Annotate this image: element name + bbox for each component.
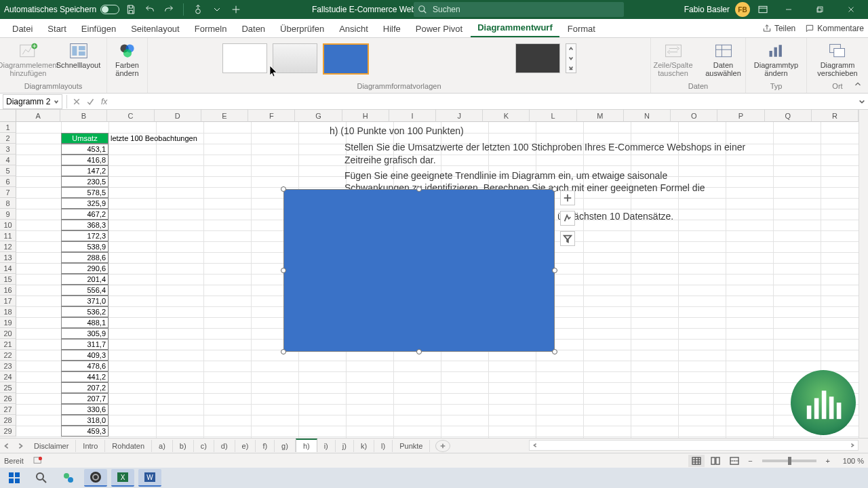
ribbon-tab-daten[interactable]: Daten [235, 20, 272, 37]
minimize-button[interactable] [776, 0, 802, 19]
cell-B13[interactable]: 288,6 [61, 252, 108, 263]
sheet-tab-c[interactable]: c) [194, 440, 214, 452]
row-headers[interactable]: 1234567891011121314151617181920212223242… [0, 122, 16, 438]
ribbon-tab-einfügen[interactable]: Einfügen [75, 20, 123, 37]
add-chart-element-button[interactable]: Diagrammelement hinzufügen [6, 41, 51, 77]
sheet-tab-intro[interactable]: Intro [76, 440, 105, 452]
ribbon-tab-hilfe[interactable]: Hilfe [376, 20, 408, 37]
taskbar-snip-icon[interactable] [57, 469, 80, 487]
formula-input[interactable] [110, 95, 856, 108]
cell-B14[interactable]: 290,6 [61, 263, 108, 274]
sheet-tab-b[interactable]: b) [173, 440, 194, 452]
row-header-8[interactable]: 8 [0, 198, 16, 209]
switch-row-column-button[interactable]: Zeile/Spalte tauschen [651, 41, 696, 77]
embedded-chart[interactable] [283, 189, 555, 352]
col-header-M[interactable]: M [577, 110, 624, 122]
col-header-B[interactable]: B [60, 110, 107, 122]
col-header-E[interactable]: E [201, 110, 248, 122]
row-header-16[interactable]: 16 [0, 285, 16, 296]
chart-style-n[interactable] [515, 43, 560, 73]
ribbon-display-icon[interactable] [755, 2, 770, 17]
row-header-2[interactable]: 2 [0, 133, 16, 144]
col-header-F[interactable]: F [248, 110, 295, 122]
cell-C2[interactable]: letzte 100 Beobachtungen [108, 133, 210, 144]
save-icon[interactable] [123, 2, 138, 17]
taskbar-excel-icon[interactable]: X [111, 469, 134, 487]
quick-access-more-icon[interactable] [210, 2, 224, 17]
sheet-tab-h[interactable]: h) [296, 439, 317, 452]
change-chart-type-button[interactable]: Diagrammtyp ändern [754, 41, 799, 77]
chart-styles-button[interactable] [560, 211, 575, 226]
ribbon-tab-ansicht[interactable]: Ansicht [332, 20, 375, 37]
row-header-28[interactable]: 28 [0, 415, 16, 426]
row-header-7[interactable]: 7 [0, 187, 16, 198]
vertical-scrollbar[interactable] [859, 110, 868, 438]
name-box[interactable]: Diagramm 2 [3, 94, 62, 109]
ribbon-tab-formeln[interactable]: Formeln [188, 20, 234, 37]
cancel-formula-icon[interactable] [70, 98, 83, 106]
sheet-tab-e[interactable]: e) [235, 440, 256, 452]
sheet-tab-disclaimer[interactable]: Disclaimer [27, 440, 76, 452]
chart-style-2[interactable] [273, 43, 317, 73]
sheet-tab-rohdaten[interactable]: Rohdaten [105, 440, 152, 452]
col-header-G[interactable]: G [295, 110, 342, 122]
taskbar-word-icon[interactable]: W [138, 469, 161, 487]
col-header-Q[interactable]: Q [765, 110, 812, 122]
taskbar-search-icon[interactable] [30, 469, 53, 487]
col-header-K[interactable]: K [483, 110, 530, 122]
zoom-slider[interactable] [762, 460, 816, 462]
change-colors-button[interactable]: Farben ändern [111, 41, 144, 77]
tab-nav-next-icon[interactable] [14, 443, 27, 449]
sheet-tab-d[interactable]: d) [214, 440, 235, 452]
maximize-button[interactable] [807, 0, 833, 19]
row-header-6[interactable]: 6 [0, 176, 16, 187]
touch-mode-icon[interactable] [191, 2, 205, 17]
cell-B29[interactable]: 459,3 [61, 426, 108, 436]
col-header-R[interactable]: R [812, 110, 859, 122]
autosave-pill[interactable] [100, 5, 119, 14]
row-header-21[interactable]: 21 [0, 339, 16, 350]
view-page-layout-icon[interactable] [707, 455, 724, 467]
undo-icon[interactable] [142, 2, 157, 17]
row-header-9[interactable]: 9 [0, 209, 16, 220]
autosave-toggle[interactable]: Automatisches Speichern [4, 5, 119, 14]
cell-B3[interactable]: 453,1 [61, 144, 108, 155]
row-header-1[interactable]: 1 [0, 122, 16, 133]
row-header-25[interactable]: 25 [0, 382, 16, 393]
new-sheet-button[interactable] [435, 440, 450, 452]
row-header-4[interactable]: 4 [0, 155, 16, 165]
ribbon-tab-format[interactable]: Format [561, 20, 602, 37]
row-header-26[interactable]: 26 [0, 393, 16, 404]
zoom-in-icon[interactable]: + [823, 457, 833, 465]
horizontal-scrollbar[interactable] [529, 440, 859, 451]
search-box[interactable]: Suchen [414, 2, 624, 17]
zoom-value[interactable]: 100 % [835, 457, 864, 465]
close-button[interactable] [838, 0, 864, 19]
cell-B19[interactable]: 488,1 [61, 317, 108, 328]
chart-style-1[interactable] [222, 43, 267, 73]
cell-B26[interactable]: 207,7 [61, 393, 108, 404]
expand-formula-bar-icon[interactable] [856, 98, 868, 105]
col-header-J[interactable]: J [436, 110, 483, 122]
col-header-C[interactable]: C [107, 110, 154, 122]
row-header-24[interactable]: 24 [0, 371, 16, 382]
col-header-P[interactable]: P [717, 110, 764, 122]
ribbon-tab-seitenlayout[interactable]: Seitenlayout [124, 20, 186, 37]
cell-B11[interactable]: 172,3 [61, 230, 108, 241]
cell-B24[interactable]: 441,2 [61, 371, 108, 382]
column-headers[interactable]: ABCDEFGHIJKLMNOPQR [16, 110, 859, 122]
cell-B12[interactable]: 538,9 [61, 241, 108, 252]
cell-B18[interactable]: 536,2 [61, 306, 108, 317]
col-header-L[interactable]: L [530, 110, 576, 122]
row-header-3[interactable]: 3 [0, 144, 16, 155]
cell-B21[interactable]: 311,7 [61, 339, 108, 350]
chart-styles-gallery[interactable] [222, 43, 576, 75]
cell-B10[interactable]: 368,3 [61, 220, 108, 230]
cell-B7[interactable]: 578,5 [61, 187, 108, 198]
select-all-corner[interactable] [0, 110, 16, 122]
view-page-break-icon[interactable] [726, 455, 743, 467]
ribbon-tab-diagrammentwurf[interactable]: Diagrammentwurf [471, 18, 559, 37]
view-normal-icon[interactable] [688, 455, 705, 467]
cell-B4[interactable]: 416,8 [61, 155, 108, 165]
cell-B27[interactable]: 330,6 [61, 404, 108, 415]
